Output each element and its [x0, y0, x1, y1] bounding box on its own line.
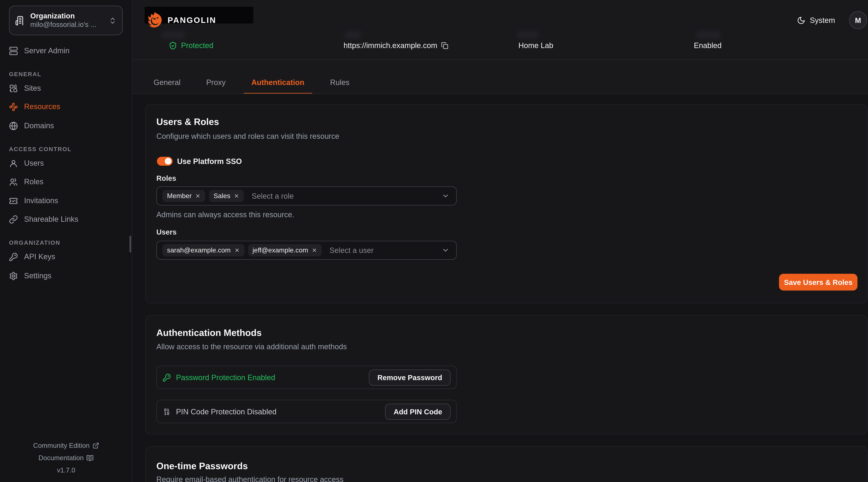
building-icon [15, 15, 25, 26]
redacted-label [345, 31, 362, 39]
chip-label: sarah@example.com [167, 246, 231, 254]
documentation-label: Documentation [38, 454, 84, 462]
users-placeholder: Select a user [330, 246, 374, 254]
sidebar-item-users[interactable]: Users [9, 157, 44, 170]
sidebar-item-label: Shareable Links [24, 213, 79, 226]
avatar-initial: M [855, 16, 861, 24]
tab-label: Authentication [251, 78, 304, 87]
redacted-label [161, 31, 186, 39]
card-subtitle: Allow access to the resource via additio… [156, 343, 347, 352]
card-subtitle: Require email-based authentication for r… [156, 475, 344, 482]
version-label: v1.7.0 [0, 464, 132, 477]
remove-chip-icon[interactable] [312, 248, 317, 253]
pin-status: PIN Code Protection Disabled [162, 407, 276, 416]
redacted-label [696, 31, 721, 39]
user-chip: sarah@example.com [162, 244, 244, 256]
sidebar-scrollbar[interactable] [129, 236, 131, 252]
copy-icon[interactable] [441, 42, 448, 49]
tab-rules[interactable]: Rules [322, 72, 357, 94]
pangolin-logo-icon [146, 11, 163, 29]
admins-note: Admins can always access this resource. [156, 211, 294, 220]
remove-chip-icon[interactable] [234, 193, 239, 199]
moon-icon [797, 16, 805, 24]
sidebar-item-label: Invitations [24, 195, 58, 207]
theme-label: System [810, 16, 835, 24]
combine-icon [9, 84, 18, 93]
brand-logo[interactable]: PANGOLIN [146, 11, 216, 29]
auth-methods-card: Authentication Methods Allow access to t… [145, 315, 867, 435]
org-switcher-label: Organization [30, 12, 104, 21]
main-area: PANGOLIN System M [132, 0, 868, 482]
sidebar-item-resources[interactable]: Resources [9, 101, 60, 113]
tab-label: General [154, 78, 181, 87]
sidebar-item-label: API Keys [24, 251, 55, 263]
sidebar-item-api-keys[interactable]: API Keys [9, 251, 55, 263]
sidebar: Organization milo@fossorial.io's ... Ser… [0, 0, 132, 482]
users-select[interactable]: sarah@example.com jeff@example.com Selec… [156, 240, 457, 260]
shield-check-icon [169, 41, 177, 50]
app-window: Organization milo@fossorial.io's ... Ser… [0, 0, 868, 482]
sidebar-item-shareable-links[interactable]: Shareable Links [9, 213, 79, 226]
card-title: Authentication Methods [156, 327, 262, 338]
ticket-check-icon [9, 197, 18, 205]
password-status-label: Password Protection Enabled [176, 373, 275, 381]
password-method-row: Password Protection Enabled Remove Passw… [156, 365, 457, 389]
tab-proxy[interactable]: Proxy [198, 72, 234, 94]
remove-chip-icon[interactable] [234, 248, 240, 253]
chevrons-up-down-icon [109, 17, 117, 24]
password-status: Password Protection Enabled [162, 373, 275, 381]
card-subtitle: Configure which users and roles can visi… [156, 132, 339, 141]
sidebar-section-general: GENERAL [9, 70, 41, 78]
sidebar-item-label: Domains [24, 120, 54, 132]
sidebar-item-server-admin[interactable]: Server Admin [9, 45, 70, 57]
sidebar-item-settings[interactable]: Settings [9, 270, 52, 282]
brand-name: PANGOLIN [167, 15, 216, 25]
sso-toggle[interactable] [157, 157, 173, 166]
sidebar-footer: Community Edition Documentation [0, 440, 132, 477]
protected-status: Protected [169, 41, 214, 51]
page-header: PANGOLIN System M [132, 0, 868, 94]
sidebar-item-label: Sites [24, 82, 41, 95]
protected-label: Protected [181, 41, 214, 50]
toggle-knob [165, 158, 172, 165]
link-icon [9, 215, 18, 224]
chip-label: jeff@example.com [253, 246, 308, 254]
tab-label: Proxy [206, 78, 225, 87]
sidebar-item-label: Roles [24, 176, 43, 188]
binary-icon [162, 407, 171, 416]
sidebar-item-domains[interactable]: Domains [9, 120, 54, 132]
otp-card: One-time Passwords Require email-based a… [145, 446, 867, 482]
role-chip: Sales [209, 190, 244, 202]
sso-toggle-label: Use Platform SSO [177, 157, 242, 166]
documentation-link[interactable]: Documentation [0, 452, 132, 464]
site-label: Home Lab [518, 41, 553, 50]
card-title: Users & Roles [156, 116, 219, 127]
card-title: One-time Passwords [156, 460, 248, 472]
add-pin-code-button[interactable]: Add PIN Code [385, 404, 451, 420]
pin-method-row: PIN Code Protection Disabled Add PIN Cod… [156, 400, 457, 423]
button-label: Add PIN Code [394, 407, 442, 416]
community-edition-link[interactable]: Community Edition [0, 440, 132, 452]
org-switcher[interactable]: Organization milo@fossorial.io's ... [9, 5, 123, 35]
server-icon [9, 46, 18, 56]
save-users-roles-button[interactable]: Save Users & Roles [779, 274, 858, 291]
roles-select[interactable]: Member Sales Select a role [156, 186, 457, 205]
chevron-down-icon [442, 246, 450, 254]
site-name: Home Lab [518, 41, 553, 51]
tab-authentication[interactable]: Authentication [244, 72, 312, 94]
avatar[interactable]: M [849, 11, 867, 29]
sidebar-item-sites[interactable]: Sites [9, 82, 41, 95]
redacted-label [517, 31, 539, 39]
enabled-label: Enabled [694, 41, 722, 50]
tabs-border [132, 94, 868, 94]
remove-chip-icon[interactable] [195, 193, 200, 199]
community-edition-label: Community Edition [33, 442, 90, 450]
tab-general[interactable]: General [146, 72, 188, 94]
role-chip: Member [162, 190, 205, 202]
roles-field-label: Roles [156, 174, 176, 183]
user-icon [9, 159, 18, 168]
theme-toggle[interactable]: System [797, 14, 835, 26]
sidebar-item-roles[interactable]: Roles [9, 176, 43, 188]
sidebar-item-invitations[interactable]: Invitations [9, 195, 58, 207]
remove-password-button[interactable]: Remove Password [369, 369, 451, 386]
